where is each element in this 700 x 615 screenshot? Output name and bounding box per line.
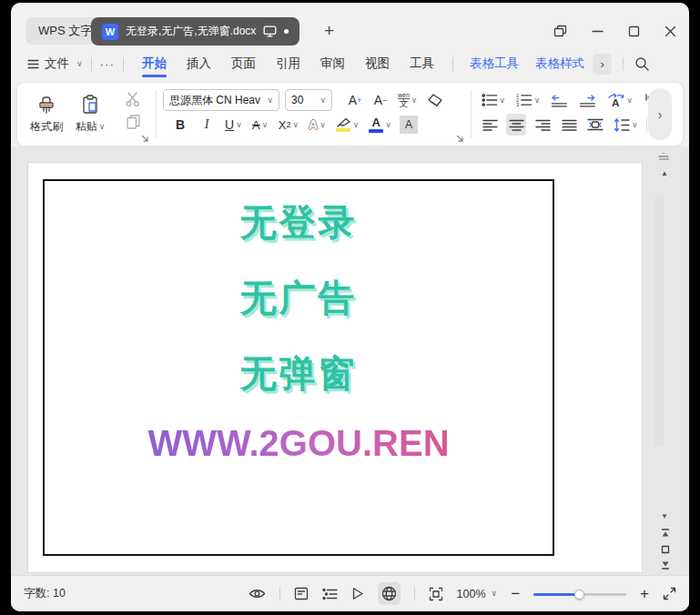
italic-button[interactable]: I (197, 114, 217, 136)
switch-windows-icon[interactable] (553, 25, 567, 37)
menu-tab-tools[interactable]: 工具 (400, 48, 444, 79)
menu-tab-insert[interactable]: 插入 (177, 48, 221, 79)
more-context-tabs-button[interactable]: › (593, 54, 612, 75)
copy-icon[interactable] (126, 114, 141, 129)
zoom-in-button[interactable]: + (640, 586, 649, 601)
scrollbar-thumb[interactable] (654, 194, 664, 447)
select-browse-object-icon[interactable] (661, 545, 670, 554)
chevron-down-icon: ∨ (262, 121, 269, 129)
divider (279, 587, 280, 600)
text-direction-button[interactable]: A ∨ (605, 89, 634, 111)
word-count[interactable]: 字数: 10 (24, 586, 66, 601)
hamburger-icon (27, 59, 39, 69)
phonetic-guide-icon: wén 文 (398, 92, 410, 108)
font-name-combobox[interactable]: 思源黑体 CN Heav ∨ (163, 89, 279, 111)
menu-tab-table-tools[interactable]: 表格工具 (462, 48, 527, 79)
align-right-icon (535, 119, 551, 131)
text-effects-button[interactable]: A ∨ (307, 114, 328, 136)
increase-font-size-button[interactable]: A+ (345, 89, 365, 111)
line-spacing-button[interactable]: ∨ (612, 114, 640, 136)
cut-icon[interactable] (125, 92, 141, 107)
menu-tab-page[interactable]: 页面 (221, 48, 266, 79)
font-color-button[interactable]: A ∨ (367, 114, 393, 136)
highlight-color-button[interactable]: ∨ (334, 114, 361, 136)
align-center-button[interactable] (506, 114, 526, 136)
maximize-button[interactable] (628, 25, 640, 37)
format-painter-button[interactable]: 格式刷 (25, 87, 68, 140)
zoom-slider[interactable] (533, 589, 626, 600)
previous-page-icon[interactable] (661, 529, 670, 538)
font-dialog-launcher-icon[interactable] (456, 135, 464, 143)
zoom-level-control[interactable]: 100% ∨ (457, 588, 498, 600)
divider (414, 587, 415, 600)
minimize-button[interactable] (592, 25, 604, 37)
decrease-indent-button[interactable] (549, 89, 570, 111)
font-size-combobox[interactable]: 30 ∨ (285, 89, 332, 111)
divider (646, 116, 647, 133)
highlighter-icon (336, 117, 351, 132)
clipboard-dialog-launcher-icon[interactable] (141, 135, 149, 143)
monitor-icon[interactable] (263, 25, 277, 37)
justify-button[interactable] (559, 114, 579, 136)
strikethrough-button[interactable]: A ∨ (250, 114, 270, 136)
ribbon-expand-button[interactable]: › (648, 88, 672, 140)
scroll-up-icon[interactable]: ▲ (661, 170, 668, 177)
chevron-down-icon: ∨ (236, 121, 242, 129)
chevron-down-icon: ∨ (632, 121, 638, 129)
divider (156, 90, 157, 138)
new-tab-button[interactable]: + (324, 21, 334, 41)
zoom-out-button[interactable]: − (511, 586, 520, 601)
align-center-icon (509, 119, 524, 131)
fit-page-icon[interactable] (429, 587, 443, 601)
increase-indent-button[interactable] (577, 89, 598, 111)
numbering-button[interactable]: 1 2 3 ∨ (514, 89, 542, 111)
search-icon[interactable] (634, 56, 650, 72)
document-page[interactable]: 无登录 无广告 无弹窗 WWW.2GOU.REN (27, 162, 643, 573)
file-menu-button[interactable]: 文件 ∨ (27, 55, 83, 72)
align-left-button[interactable] (480, 114, 500, 136)
menu-tab-table-style[interactable]: 表格样式 (527, 48, 593, 79)
doc-url-text[interactable]: WWW.2GOU.REN (45, 423, 553, 464)
chevron-down-icon: ∨ (292, 121, 299, 129)
bold-button[interactable]: B (170, 114, 190, 136)
align-left-icon (482, 119, 498, 131)
ruler-toggle-icon[interactable] (658, 152, 669, 161)
doc-heading-1[interactable]: 无登录 (45, 197, 553, 247)
menu-tab-home[interactable]: 开始 (132, 48, 177, 79)
eye-protection-icon[interactable] (249, 588, 266, 600)
zoom-slider-knob[interactable] (574, 590, 584, 600)
underline-button[interactable]: U ∨ (223, 114, 244, 136)
menu-tab-view[interactable]: 视图 (355, 48, 400, 79)
divider (471, 90, 472, 138)
phonetic-guide-button[interactable]: wén 文 ∨ (396, 89, 419, 111)
next-page-icon[interactable] (661, 560, 670, 570)
distribute-button[interactable] (585, 114, 605, 136)
document-tab-title: 无登录,无广告,无弹窗.docx (126, 24, 256, 39)
menu-tab-reference[interactable]: 引用 (266, 48, 310, 79)
more-menus-button[interactable]: ··· (100, 57, 116, 71)
document-table[interactable]: 无登录 无广告 无弹窗 WWW.2GOU.REN (43, 179, 554, 556)
superscript-button[interactable]: X2 ∨ (277, 114, 300, 136)
chevron-down-icon: ∨ (320, 96, 326, 105)
doc-heading-2[interactable]: 无广告 (45, 273, 553, 323)
character-shading-button[interactable]: A (400, 116, 418, 134)
align-right-button[interactable] (533, 114, 553, 136)
outline-view-icon[interactable] (322, 588, 338, 600)
clear-formatting-button[interactable] (424, 89, 446, 111)
paste-label: 粘贴 (76, 119, 97, 135)
paste-button[interactable]: 粘贴∨ (68, 87, 112, 140)
close-button[interactable] (664, 25, 676, 37)
menu-tab-review[interactable]: 审阅 (310, 48, 355, 79)
play-fullscreen-icon[interactable] (351, 587, 364, 600)
increase-indent-icon (579, 94, 596, 107)
web-view-icon[interactable] (378, 582, 401, 605)
document-area: 无登录 无广告 无弹窗 WWW.2GOU.REN ▲ ▼ (11, 146, 689, 575)
bullets-button[interactable]: ∨ (480, 89, 507, 111)
page-view-icon[interactable] (294, 587, 309, 600)
line-spacing-icon (614, 118, 630, 132)
fullscreen-icon[interactable] (663, 587, 676, 600)
decrease-font-size-button[interactable]: A− (370, 89, 391, 111)
doc-heading-3[interactable]: 无弹窗 (45, 348, 553, 398)
document-tab[interactable]: W 无登录,无广告,无弹窗.docx (91, 17, 299, 45)
scroll-down-icon[interactable]: ▼ (661, 513, 668, 520)
